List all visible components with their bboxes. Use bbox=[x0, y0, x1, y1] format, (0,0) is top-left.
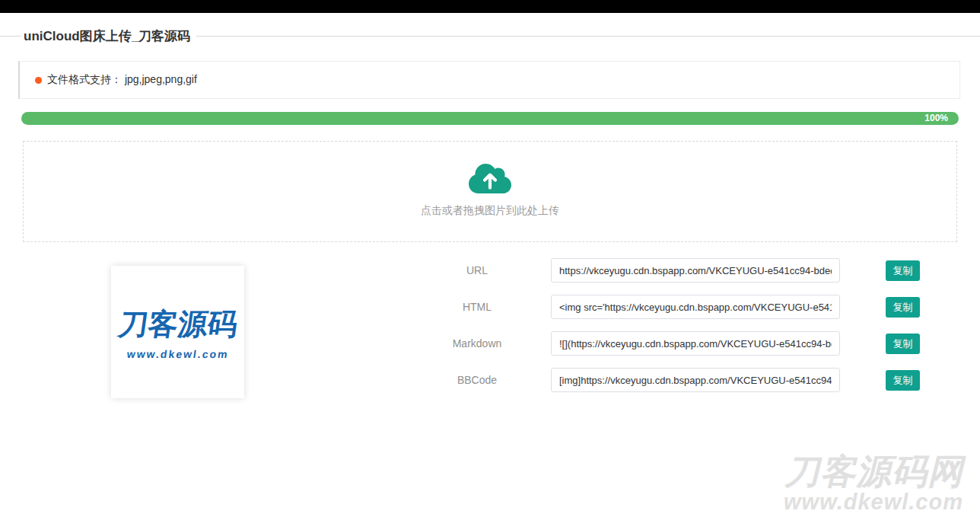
top-banner bbox=[0, 0, 980, 13]
watermark-url: www.dkewl.com bbox=[784, 490, 963, 513]
page: uniCloud图床上传_刀客源码 文件格式支持： jpg,jpeg,png,g… bbox=[0, 0, 980, 514]
url-input[interactable] bbox=[551, 258, 840, 283]
upload-progress-bar: 100% bbox=[21, 112, 959, 125]
copy-bbcode-button[interactable]: 复制 bbox=[886, 370, 920, 391]
url-label: URL bbox=[424, 258, 530, 283]
link-row-markdown: Markdown 复制 bbox=[0, 331, 980, 356]
page-title: uniCloud图床上传_刀客源码 bbox=[21, 27, 192, 45]
link-row-html: HTML 复制 bbox=[0, 295, 980, 319]
cloud-upload-icon bbox=[469, 161, 511, 196]
bbcode-input[interactable] bbox=[551, 368, 840, 392]
copy-url-button[interactable]: 复制 bbox=[886, 260, 920, 281]
upload-hint-text: 点击或者拖拽图片到此处上传 bbox=[421, 204, 559, 218]
markdown-label: Markdown bbox=[424, 331, 530, 356]
site-watermark: 刀客源码网 www.dkewl.com bbox=[784, 454, 963, 513]
bbcode-label: BBCode bbox=[424, 368, 530, 392]
alert-dot-icon bbox=[35, 77, 42, 84]
copy-html-button[interactable]: 复制 bbox=[886, 297, 920, 318]
upload-dropzone[interactable]: 点击或者拖拽图片到此处上传 bbox=[23, 141, 957, 242]
link-row-bbcode: BBCode 复制 bbox=[0, 368, 980, 392]
page-title-row: uniCloud图床上传_刀客源码 bbox=[0, 27, 980, 45]
alert-text: 文件格式支持： jpg,jpeg,png,gif bbox=[47, 73, 197, 87]
link-row-url: URL 复制 bbox=[0, 258, 980, 283]
html-label: HTML bbox=[424, 295, 530, 319]
markdown-input[interactable] bbox=[551, 331, 840, 356]
watermark-title: 刀客源码网 bbox=[784, 454, 963, 490]
copy-markdown-button[interactable]: 复制 bbox=[886, 334, 920, 354]
html-input[interactable] bbox=[551, 295, 840, 319]
format-alert: 文件格式支持： jpg,jpeg,png,gif bbox=[18, 61, 960, 99]
progress-percent: 100% bbox=[924, 112, 948, 125]
